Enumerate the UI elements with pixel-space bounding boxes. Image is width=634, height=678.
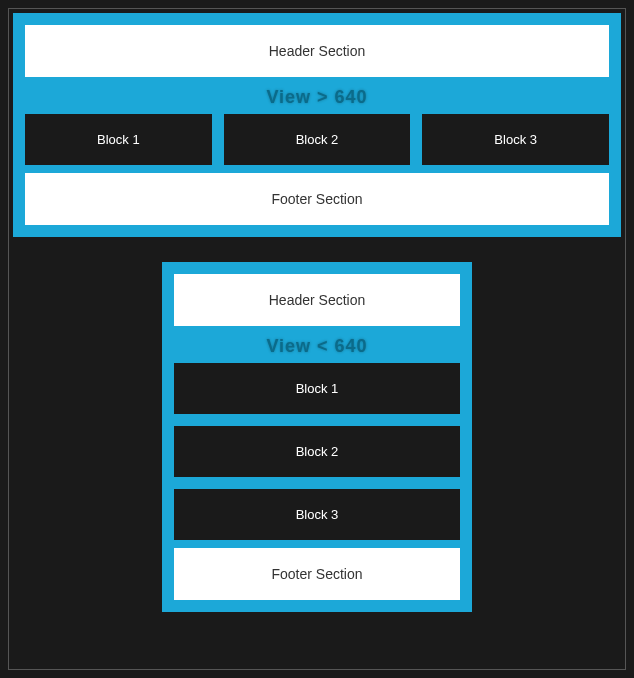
- header-section: Header Section: [174, 274, 460, 326]
- block-1: Block 1: [25, 114, 212, 165]
- block-2: Block 2: [174, 426, 460, 477]
- layout-narrow: Header Section View < 640 Block 1 Block …: [162, 262, 472, 612]
- block-3: Block 3: [174, 489, 460, 540]
- view-label-wide: View > 640: [25, 85, 609, 114]
- footer-section: Footer Section: [174, 548, 460, 600]
- page-container: Header Section View > 640 Block 1 Block …: [8, 8, 626, 670]
- block-1: Block 1: [174, 363, 460, 414]
- view-label-narrow: View < 640: [174, 334, 460, 363]
- blocks-row: Block 1 Block 2 Block 3: [25, 114, 609, 165]
- layout-wide: Header Section View > 640 Block 1 Block …: [13, 13, 621, 237]
- block-2: Block 2: [224, 114, 411, 165]
- blocks-column: Block 1 Block 2 Block 3: [174, 363, 460, 540]
- header-section: Header Section: [25, 25, 609, 77]
- block-3: Block 3: [422, 114, 609, 165]
- footer-section: Footer Section: [25, 173, 609, 225]
